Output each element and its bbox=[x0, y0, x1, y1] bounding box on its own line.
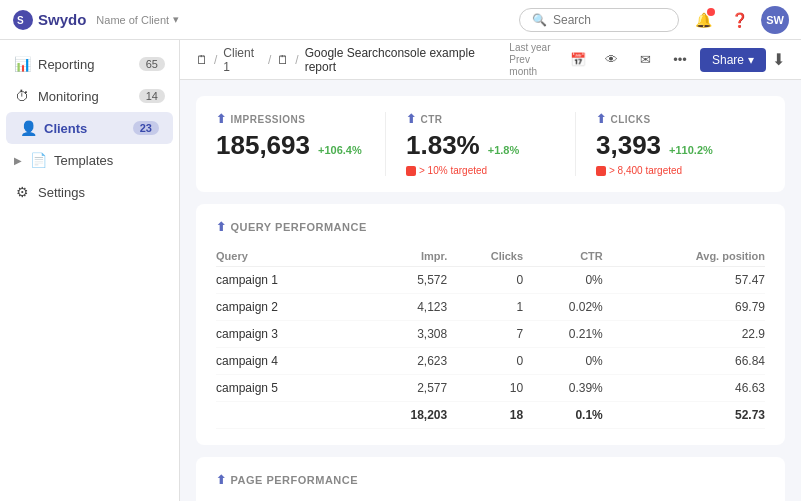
impressions-block: ⬆ IMPRESSIONS 185,693 +106.4% bbox=[216, 112, 386, 176]
query-impr: 2,577 bbox=[361, 375, 447, 402]
clicks-number: 3,393 bbox=[596, 130, 661, 161]
doc-icon: 🗒 bbox=[196, 53, 208, 67]
query-ctr: 0% bbox=[523, 267, 603, 294]
query-clicks: 7 bbox=[447, 321, 523, 348]
query-ctr: 0% bbox=[523, 348, 603, 375]
expand-icon: ▶ bbox=[14, 155, 22, 166]
help-button[interactable]: ❓ bbox=[725, 6, 753, 34]
table-row-total: 18,203 18 0.1% 52.73 bbox=[216, 402, 765, 429]
breadcrumb-sep1: / bbox=[214, 53, 217, 67]
sidebar-item-reporting[interactable]: 📊 Reporting 65 bbox=[0, 48, 179, 80]
page-performance-card: ⬆ PAGE PERFORMANCE Page Impr. Clicks CTR… bbox=[196, 457, 785, 501]
ctr-value: 1.83% +1.8% bbox=[406, 130, 555, 161]
query-title-icon: ⬆ bbox=[216, 220, 227, 234]
page-title-icon: ⬆ bbox=[216, 473, 227, 487]
query-performance-title: ⬆ QUERY PERFORMANCE bbox=[216, 220, 765, 234]
clicks-label-text: CLICKS bbox=[611, 114, 651, 125]
query-ctr: 0.39% bbox=[523, 375, 603, 402]
share-dropdown-icon: ▾ bbox=[748, 53, 754, 67]
monitoring-icon: ⏱ bbox=[14, 88, 30, 104]
breadcrumb-sep3: / bbox=[295, 53, 298, 67]
breadcrumb-doc-icon: 🗒 bbox=[196, 53, 208, 67]
avatar[interactable]: SW bbox=[761, 6, 789, 34]
table-row: campaign 4 2,623 0 0% 66.84 bbox=[216, 348, 765, 375]
calendar-icon[interactable]: 📅 bbox=[564, 46, 592, 74]
reporting-badge: 65 bbox=[139, 57, 165, 71]
date-label-2: Prev month bbox=[509, 54, 558, 78]
sidebar-item-label: Reporting bbox=[38, 57, 94, 72]
report-icon: 🗒 bbox=[277, 53, 289, 67]
clicks-label: ⬆ CLICKS bbox=[596, 112, 745, 126]
content-area: ⬆ IMPRESSIONS 185,693 +106.4% ⬆ CTR bbox=[180, 80, 801, 501]
share-button[interactable]: Share ▾ bbox=[700, 48, 766, 72]
search-icon: 🔍 bbox=[532, 13, 547, 27]
monitoring-badge: 14 bbox=[139, 89, 165, 103]
clicks-icon: ⬆ bbox=[596, 112, 607, 126]
clicks-value: 3,393 +110.2% bbox=[596, 130, 745, 161]
query-impr: 3,308 bbox=[361, 321, 447, 348]
clicks-note-text: > 8,400 targeted bbox=[609, 165, 682, 176]
query-name: campaign 2 bbox=[216, 294, 361, 321]
query-title-text: QUERY PERFORMANCE bbox=[231, 221, 367, 233]
download-icon[interactable]: ⬇ bbox=[772, 50, 785, 69]
total-clicks: 18 bbox=[447, 402, 523, 429]
more-icon[interactable]: ••• bbox=[666, 46, 694, 74]
col-avg-pos: Avg. position bbox=[603, 246, 765, 267]
ctr-icon: ⬆ bbox=[406, 112, 417, 126]
query-ctr: 0.02% bbox=[523, 294, 603, 321]
clicks-block: ⬆ CLICKS 3,393 +110.2% > 8,400 targeted bbox=[576, 112, 765, 176]
impressions-value: 185,693 +106.4% bbox=[216, 130, 365, 161]
query-avg-pos: 22.9 bbox=[603, 321, 765, 348]
query-avg-pos: 46.63 bbox=[603, 375, 765, 402]
query-name: campaign 5 bbox=[216, 375, 361, 402]
sidebar-item-templates[interactable]: ▶ 📄 Templates bbox=[0, 144, 179, 176]
client-name: Name of Client bbox=[96, 14, 169, 26]
sidebar-item-settings[interactable]: ⚙ Settings bbox=[0, 176, 179, 208]
search-bar[interactable]: 🔍 bbox=[519, 8, 679, 32]
sidebar-item-label: Clients bbox=[44, 121, 87, 136]
sidebar: 📊 Reporting 65 ⏱ Monitoring 14 👤 Clients… bbox=[0, 40, 180, 501]
search-input[interactable] bbox=[553, 13, 666, 27]
notifications-button[interactable]: 🔔 bbox=[689, 6, 717, 34]
svg-text:S: S bbox=[17, 15, 24, 26]
date-label-1: Last year bbox=[509, 42, 558, 54]
col-ctr: CTR bbox=[523, 246, 603, 267]
ctr-label: ⬆ CTR bbox=[406, 112, 555, 126]
email-icon[interactable]: ✉ bbox=[632, 46, 660, 74]
query-clicks: 0 bbox=[447, 267, 523, 294]
breadcrumb-client[interactable]: Client 1 bbox=[223, 46, 262, 74]
ctr-label-text: CTR bbox=[421, 114, 443, 125]
sidebar-item-clients[interactable]: 👤 Clients 23 bbox=[6, 112, 173, 144]
sidebar-item-label: Settings bbox=[38, 185, 85, 200]
report-title: Google Searchconsole example report bbox=[305, 46, 500, 74]
clients-icon: 👤 bbox=[20, 120, 36, 136]
eye-icon[interactable]: 👁 bbox=[598, 46, 626, 74]
table-row: campaign 1 5,572 0 0% 57.47 bbox=[216, 267, 765, 294]
breadcrumb-client-label: Client 1 bbox=[223, 46, 262, 74]
impressions-icon: ⬆ bbox=[216, 112, 227, 126]
page-title-text: PAGE PERFORMANCE bbox=[231, 474, 359, 486]
query-performance-card: ⬆ QUERY PERFORMANCE Query Impr. Clicks C… bbox=[196, 204, 785, 445]
ctr-note-text: > 10% targeted bbox=[419, 165, 487, 176]
ctr-number: 1.83% bbox=[406, 130, 480, 161]
reporting-icon: 📊 bbox=[14, 56, 30, 72]
impressions-change: +106.4% bbox=[318, 144, 362, 156]
query-name: campaign 1 bbox=[216, 267, 361, 294]
col-impr: Impr. bbox=[361, 246, 447, 267]
table-row: campaign 2 4,123 1 0.02% 69.79 bbox=[216, 294, 765, 321]
topnav-icons: 🔔 ❓ SW bbox=[689, 6, 789, 34]
query-clicks: 1 bbox=[447, 294, 523, 321]
stats-row: ⬆ IMPRESSIONS 185,693 +106.4% ⬆ CTR bbox=[216, 112, 765, 176]
main-layout: 📊 Reporting 65 ⏱ Monitoring 14 👤 Clients… bbox=[0, 40, 801, 501]
query-clicks: 0 bbox=[447, 348, 523, 375]
notification-badge bbox=[707, 8, 715, 16]
total-label bbox=[216, 402, 361, 429]
breadcrumb-actions: 📅 👁 ✉ ••• Share ▾ ⬇ bbox=[564, 46, 785, 74]
client-selector[interactable]: Name of Client ▾ bbox=[96, 13, 179, 26]
ctr-change: +1.8% bbox=[488, 144, 520, 156]
dropdown-arrow-icon: ▾ bbox=[173, 13, 179, 26]
query-impr: 5,572 bbox=[361, 267, 447, 294]
sidebar-item-label: Templates bbox=[54, 153, 113, 168]
sidebar-item-monitoring[interactable]: ⏱ Monitoring 14 bbox=[0, 80, 179, 112]
query-ctr: 0.21% bbox=[523, 321, 603, 348]
